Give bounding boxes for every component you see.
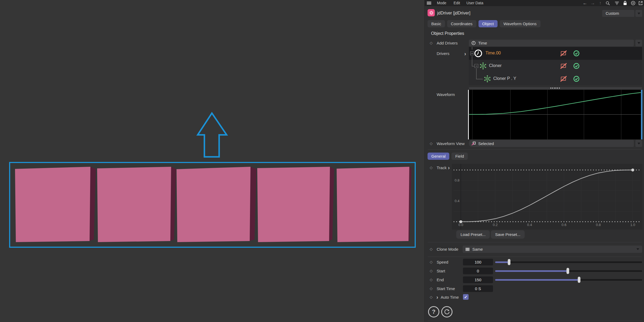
- tree-label-cloner-py[interactable]: Cloner P . Y: [493, 76, 516, 81]
- key-diamond-icon[interactable]: ◇: [430, 247, 433, 251]
- enabled-check-icon[interactable]: [573, 50, 580, 57]
- slider-handle[interactable]: [566, 268, 569, 274]
- bars-icon: [465, 247, 470, 251]
- mute-icon[interactable]: [560, 75, 567, 82]
- app-window: Mode Edit User Data ← → ↑: [0, 0, 644, 322]
- attribute-tabs: Basic Coordinates Object Waveform Option…: [428, 20, 540, 27]
- cube-front-face[interactable]: [15, 167, 90, 242]
- back-icon[interactable]: ←: [582, 0, 588, 6]
- waveform-view-label: Waveform View: [437, 141, 465, 146]
- preset-dropdown[interactable]: Custom: [602, 10, 634, 17]
- waveform-resize-handle[interactable]: [469, 87, 642, 89]
- preset-dropdown-arrow[interactable]: [635, 10, 642, 17]
- panel-menubar: Mode Edit User Data ← → ↑: [425, 0, 644, 6]
- speed-slider[interactable]: [495, 259, 642, 265]
- key-diamond-icon[interactable]: ◇: [430, 278, 433, 282]
- enabled-check-icon[interactable]: [573, 62, 580, 69]
- up-icon[interactable]: ↑: [597, 0, 603, 6]
- search-icon[interactable]: [605, 0, 611, 6]
- waveform-view-dropdown-arrow[interactable]: [635, 140, 642, 147]
- record-icon[interactable]: [630, 0, 636, 6]
- tab-field[interactable]: Field: [451, 153, 468, 160]
- key-diamond-icon[interactable]: ◇: [430, 287, 433, 290]
- jddriver-object-icon: [428, 9, 435, 16]
- expander-icon[interactable]: [470, 51, 474, 55]
- add-drivers-dropdown-arrow[interactable]: [635, 40, 642, 46]
- grip-dots-icon: [550, 88, 561, 88]
- track-curve-editor[interactable]: 0.00.20.40.60.81.00.40.8: [452, 164, 642, 230]
- start-time-input[interactable]: 0 S: [463, 285, 493, 292]
- subtabs: General Field: [428, 153, 468, 160]
- time-node-icon: [474, 49, 483, 58]
- lock-icon[interactable]: [622, 0, 628, 6]
- key-diamond-icon[interactable]: ◇: [430, 166, 433, 169]
- key-diamond-icon[interactable]: ◇: [430, 260, 433, 264]
- cube-front-face[interactable]: [337, 167, 409, 242]
- enabled-check-icon[interactable]: [573, 75, 580, 82]
- tree-label-time[interactable]: Time.00: [485, 51, 501, 55]
- tab-object[interactable]: Object: [479, 20, 498, 27]
- filter-icon[interactable]: [614, 0, 620, 6]
- slider-handle[interactable]: [508, 259, 510, 265]
- svg-text:0.2: 0.2: [493, 223, 498, 227]
- cube-side-face[interactable]: [170, 167, 176, 241]
- add-drivers-dropdown[interactable]: Time: [469, 40, 634, 46]
- end-label: End: [437, 277, 444, 282]
- viewport[interactable]: [0, 0, 424, 322]
- tree-row-cloner-py[interactable]: Cloner P . Y: [469, 72, 642, 85]
- menu-edit[interactable]: Edit: [454, 1, 460, 5]
- key-diamond-icon[interactable]: ◇: [430, 142, 433, 145]
- auto-time-expand-chevron[interactable]: ›: [436, 294, 438, 300]
- cloner-cubes[interactable]: [15, 167, 411, 242]
- tab-waveform-options[interactable]: Waveform Options: [500, 20, 540, 27]
- forward-icon[interactable]: →: [590, 0, 596, 6]
- mute-icon[interactable]: [560, 62, 567, 69]
- waveform-view-dropdown[interactable]: Selected: [469, 140, 634, 147]
- cube-front-face[interactable]: [97, 167, 171, 242]
- speed-input[interactable]: 100: [463, 259, 493, 265]
- tree-row-cloner[interactable]: Cloner: [469, 60, 642, 72]
- expander-icon[interactable]: [474, 64, 478, 68]
- svg-text:0.0: 0.0: [458, 223, 463, 227]
- reset-button[interactable]: [441, 306, 452, 317]
- waveform-view-value: Selected: [478, 141, 494, 146]
- auto-time-checkbox[interactable]: [463, 294, 469, 300]
- cube-side-face[interactable]: [250, 167, 256, 241]
- svg-text:0.6: 0.6: [562, 223, 566, 227]
- end-slider[interactable]: [495, 276, 642, 283]
- start-input[interactable]: 0: [463, 268, 493, 274]
- open-window-icon[interactable]: [637, 0, 644, 6]
- start-slider[interactable]: [495, 268, 642, 274]
- key-diamond-icon[interactable]: ◇: [430, 295, 433, 299]
- cube-side-face[interactable]: [329, 167, 334, 241]
- track-expand-chevron[interactable]: ›: [448, 165, 450, 170]
- save-preset-button[interactable]: Save Preset...: [491, 230, 525, 239]
- tab-coordinates[interactable]: Coordinates: [447, 20, 476, 27]
- divider: [428, 149, 642, 150]
- end-input[interactable]: 150: [463, 276, 493, 283]
- load-preset-button[interactable]: Load Preset...: [456, 230, 490, 239]
- cloner-icon: [484, 75, 491, 83]
- slider-handle[interactable]: [578, 277, 580, 283]
- start-label: Start: [437, 269, 445, 273]
- drivers-expand-chevron[interactable]: ›: [464, 51, 466, 56]
- menu-user-data[interactable]: User Data: [466, 1, 483, 5]
- cube-front-face[interactable]: [257, 167, 330, 242]
- tab-general[interactable]: General: [428, 153, 449, 160]
- help-button[interactable]: ?: [428, 306, 439, 317]
- clone-mode-dropdown[interactable]: Same: [463, 246, 642, 253]
- tree-row-time[interactable]: Time.00: [469, 47, 642, 60]
- waveform-display[interactable]: [468, 90, 643, 139]
- mute-icon[interactable]: [560, 50, 567, 57]
- key-diamond-icon[interactable]: ◇: [430, 41, 433, 45]
- key-diamond-icon[interactable]: ◇: [430, 269, 433, 273]
- tab-basic[interactable]: Basic: [428, 20, 445, 27]
- cube-front-face[interactable]: [176, 167, 251, 242]
- auto-time-label: Auto Time: [441, 295, 459, 299]
- menu-mode[interactable]: Mode: [437, 1, 446, 5]
- attribute-manager: Mode Edit User Data ← → ↑: [424, 0, 644, 322]
- tree-label-cloner[interactable]: Cloner: [489, 63, 502, 68]
- cube-side-face[interactable]: [90, 167, 96, 241]
- reset-icon: [443, 308, 450, 315]
- hamburger-icon[interactable]: [427, 2, 431, 5]
